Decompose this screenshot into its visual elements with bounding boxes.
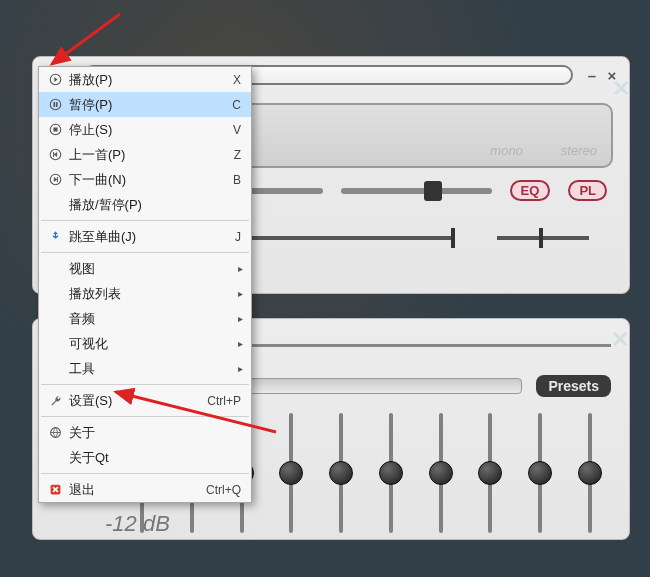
menu-item[interactable]: 工具▸ [39,356,251,381]
mono-label: mono [490,143,523,158]
menu-item[interactable]: 退出Ctrl+Q [39,477,251,502]
menu-item-label: 播放/暂停(P) [65,196,241,214]
menu-item-shortcut: Z [234,148,241,162]
eq-band-slider[interactable] [324,413,358,533]
svg-rect-2 [53,102,55,107]
db-label: -12 dB [105,511,170,537]
svg-rect-7 [53,152,54,157]
menu-item-label: 退出 [65,481,206,499]
equalizer-close-icon[interactable]: ✕ [611,327,629,353]
minimize-button[interactable]: – [585,67,599,84]
menu-item-shortcut: Ctrl+Q [206,483,241,497]
menu-item-shortcut: Ctrl+P [207,394,241,408]
menu-item-label: 播放列表 [65,285,241,303]
menu-item[interactable]: 关于 [39,420,251,445]
eq-band-slider[interactable] [473,413,507,533]
menu-item-label: 视图 [65,260,241,278]
menu-item[interactable]: 可视化▸ [39,331,251,356]
menu-item[interactable]: 视图▸ [39,256,251,281]
pl-toggle-button[interactable]: PL [568,180,607,201]
menu-item-shortcut: J [235,230,241,244]
menu-item-label: 工具 [65,360,241,378]
svg-rect-5 [53,127,57,131]
play-icon [45,73,65,86]
submenu-arrow-icon: ▸ [238,263,243,274]
menu-item[interactable]: 播放/暂停(P) [39,192,251,217]
svg-rect-9 [56,177,57,182]
menu-item[interactable]: 播放(P)X [39,67,251,92]
menu-item-label: 下一曲(N) [65,171,233,189]
svg-rect-3 [55,102,57,107]
menu-item-label: 关于 [65,424,241,442]
svg-point-1 [50,99,61,110]
menu-item[interactable]: 关于Qt [39,445,251,470]
next-icon [45,173,65,186]
menu-item[interactable]: 下一曲(N)B [39,167,251,192]
exit-icon [45,483,65,496]
submenu-arrow-icon: ▸ [238,288,243,299]
menu-item[interactable]: 设置(S)Ctrl+P [39,388,251,413]
volume-slider[interactable] [341,188,492,194]
menu-item-shortcut: V [233,123,241,137]
menu-separator [41,252,249,253]
globe-icon [45,426,65,439]
context-menu[interactable]: 播放(P)X暂停(P)C停止(S)V上一首(P)Z下一曲(N)B播放/暂停(P)… [38,66,252,503]
menu-item[interactable]: 上一首(P)Z [39,142,251,167]
menu-separator [41,473,249,474]
eq-band-slider[interactable] [374,413,408,533]
submenu-arrow-icon: ▸ [238,313,243,324]
menu-item-shortcut: X [233,73,241,87]
eq-band-slider[interactable] [573,413,607,533]
outer-close-icon[interactable]: ✕ [612,76,636,100]
menu-item-label: 上一首(P) [65,146,234,164]
menu-item-label: 停止(S) [65,121,233,139]
menu-item[interactable]: 播放列表▸ [39,281,251,306]
menu-item-label: 设置(S) [65,392,207,410]
menu-item-shortcut: B [233,173,241,187]
presets-button[interactable]: Presets [536,375,611,397]
menu-item-label: 播放(P) [65,71,233,89]
eq-band-slider[interactable] [523,413,557,533]
submenu-arrow-icon: ▸ [238,338,243,349]
menu-item-label: 关于Qt [65,449,241,467]
pause-icon [45,98,65,111]
stereo-label: stereo [561,143,597,158]
wrench-icon [45,394,65,407]
eq-band-slider[interactable] [274,413,308,533]
menu-item[interactable]: 音频▸ [39,306,251,331]
menu-separator [41,220,249,221]
menu-item[interactable]: 暂停(P)C [39,92,251,117]
eq-band-slider[interactable] [424,413,458,533]
menu-item-label: 跳至单曲(J) [65,228,235,246]
menu-item-label: 暂停(P) [65,96,232,114]
eq-toggle-button[interactable]: EQ [510,180,551,201]
menu-item-shortcut: C [232,98,241,112]
balance-slider[interactable] [497,236,589,240]
menu-item[interactable]: 跳至单曲(J)J [39,224,251,249]
menu-item-label: 可视化 [65,335,241,353]
submenu-arrow-icon: ▸ [238,363,243,374]
jump-icon [45,230,65,243]
stop-icon [45,123,65,136]
menu-separator [41,384,249,385]
menu-separator [41,416,249,417]
prev-icon [45,148,65,161]
menu-item[interactable]: 停止(S)V [39,117,251,142]
menu-item-label: 音频 [65,310,241,328]
